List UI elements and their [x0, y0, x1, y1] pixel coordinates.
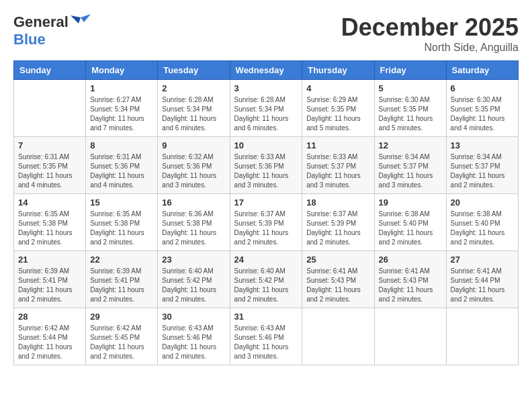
logo-bird-icon — [71, 14, 91, 31]
day-number: 9 — [162, 140, 225, 150]
day-number: 18 — [306, 197, 369, 208]
calendar-cell: 26Sunrise: 6:41 AMSunset: 5:43 PMDayligh… — [374, 251, 446, 308]
calendar-cell: 22Sunrise: 6:39 AMSunset: 5:41 PMDayligh… — [86, 251, 158, 308]
day-number: 23 — [162, 255, 225, 265]
logo-blue-text: Blue — [13, 31, 46, 48]
day-info: Sunrise: 6:38 AMSunset: 5:40 PMDaylight:… — [379, 210, 442, 247]
day-info: Sunrise: 6:30 AMSunset: 5:35 PMDaylight:… — [379, 95, 442, 133]
day-info: Sunrise: 6:38 AMSunset: 5:40 PMDaylight:… — [451, 210, 514, 247]
day-number: 11 — [306, 140, 369, 150]
day-number: 29 — [90, 312, 153, 322]
calendar-cell: 13Sunrise: 6:34 AMSunset: 5:37 PMDayligh… — [446, 137, 518, 194]
calendar-week-row: 1Sunrise: 6:27 AMSunset: 5:34 PMDaylight… — [14, 80, 519, 137]
day-info: Sunrise: 6:36 AMSunset: 5:38 PMDaylight:… — [162, 210, 225, 247]
day-number: 19 — [379, 197, 442, 208]
calendar-table: Sunday Monday Tuesday Wednesday Thursday… — [13, 60, 519, 365]
svg-marker-1 — [71, 15, 81, 24]
calendar-cell: 28Sunrise: 6:42 AMSunset: 5:44 PMDayligh… — [14, 308, 86, 365]
day-info: Sunrise: 6:40 AMSunset: 5:42 PMDaylight:… — [162, 267, 225, 304]
weekday-header-row: Sunday Monday Tuesday Wednesday Thursday… — [14, 61, 519, 80]
day-number: 28 — [18, 312, 81, 322]
calendar-cell: 24Sunrise: 6:40 AMSunset: 5:42 PMDayligh… — [230, 251, 302, 308]
header-tuesday: Tuesday — [158, 61, 230, 80]
month-title: December 2025 — [341, 13, 519, 42]
day-info: Sunrise: 6:31 AMSunset: 5:35 PMDaylight:… — [18, 152, 81, 190]
day-info: Sunrise: 6:27 AMSunset: 5:34 PMDaylight:… — [90, 95, 153, 133]
day-info: Sunrise: 6:42 AMSunset: 5:45 PMDaylight:… — [90, 324, 153, 361]
day-number: 7 — [18, 140, 81, 150]
day-number: 4 — [306, 83, 369, 93]
day-number: 24 — [234, 255, 298, 265]
day-info: Sunrise: 6:28 AMSunset: 5:34 PMDaylight:… — [234, 95, 298, 133]
header-monday: Monday — [86, 61, 158, 80]
day-number: 16 — [162, 197, 225, 208]
day-info: Sunrise: 6:29 AMSunset: 5:35 PMDaylight:… — [306, 95, 369, 133]
day-info: Sunrise: 6:30 AMSunset: 5:35 PMDaylight:… — [451, 95, 514, 133]
day-info: Sunrise: 6:40 AMSunset: 5:42 PMDaylight:… — [234, 267, 298, 304]
day-info: Sunrise: 6:35 AMSunset: 5:38 PMDaylight:… — [18, 210, 81, 247]
day-number: 17 — [234, 197, 298, 208]
day-info: Sunrise: 6:41 AMSunset: 5:44 PMDaylight:… — [451, 267, 514, 304]
calendar-cell: 17Sunrise: 6:37 AMSunset: 5:39 PMDayligh… — [230, 194, 302, 251]
calendar-cell: 14Sunrise: 6:35 AMSunset: 5:38 PMDayligh… — [14, 194, 86, 251]
day-number: 8 — [90, 140, 153, 150]
day-info: Sunrise: 6:39 AMSunset: 5:41 PMDaylight:… — [18, 267, 81, 304]
day-number: 14 — [18, 197, 81, 208]
header-friday: Friday — [374, 61, 446, 80]
calendar-cell: 23Sunrise: 6:40 AMSunset: 5:42 PMDayligh… — [158, 251, 230, 308]
day-number: 13 — [451, 140, 514, 150]
header-sunday: Sunday — [14, 61, 86, 80]
day-info: Sunrise: 6:33 AMSunset: 5:37 PMDaylight:… — [306, 152, 369, 190]
day-number: 15 — [90, 197, 153, 208]
calendar-cell: 31Sunrise: 6:43 AMSunset: 5:46 PMDayligh… — [230, 308, 302, 365]
calendar-cell: 16Sunrise: 6:36 AMSunset: 5:38 PMDayligh… — [158, 194, 230, 251]
page-header: General Blue December 2025 North Side, A… — [13, 13, 519, 54]
day-number: 21 — [18, 255, 81, 265]
day-number: 5 — [379, 83, 442, 93]
calendar-cell: 15Sunrise: 6:35 AMSunset: 5:38 PMDayligh… — [86, 194, 158, 251]
calendar-cell: 25Sunrise: 6:41 AMSunset: 5:43 PMDayligh… — [302, 251, 374, 308]
calendar-cell: 9Sunrise: 6:32 AMSunset: 5:36 PMDaylight… — [158, 137, 230, 194]
day-info: Sunrise: 6:34 AMSunset: 5:37 PMDaylight:… — [451, 152, 514, 190]
calendar-cell: 20Sunrise: 6:38 AMSunset: 5:40 PMDayligh… — [446, 194, 518, 251]
svg-marker-0 — [81, 14, 91, 22]
day-info: Sunrise: 6:35 AMSunset: 5:38 PMDaylight:… — [90, 210, 153, 247]
day-info: Sunrise: 6:37 AMSunset: 5:39 PMDaylight:… — [234, 210, 298, 247]
calendar-body: 1Sunrise: 6:27 AMSunset: 5:34 PMDaylight… — [14, 80, 519, 365]
calendar-cell: 18Sunrise: 6:37 AMSunset: 5:39 PMDayligh… — [302, 194, 374, 251]
day-info: Sunrise: 6:31 AMSunset: 5:36 PMDaylight:… — [90, 152, 153, 190]
title-block: December 2025 North Side, Anguilla — [341, 13, 519, 54]
calendar-cell — [374, 308, 446, 365]
calendar-cell: 11Sunrise: 6:33 AMSunset: 5:37 PMDayligh… — [302, 137, 374, 194]
calendar-cell — [14, 80, 86, 137]
calendar-cell: 5Sunrise: 6:30 AMSunset: 5:35 PMDaylight… — [374, 80, 446, 137]
calendar-cell: 12Sunrise: 6:34 AMSunset: 5:37 PMDayligh… — [374, 137, 446, 194]
day-info: Sunrise: 6:43 AMSunset: 5:46 PMDaylight:… — [234, 324, 298, 361]
header-wednesday: Wednesday — [230, 61, 302, 80]
day-info: Sunrise: 6:34 AMSunset: 5:37 PMDaylight:… — [379, 152, 442, 190]
calendar-cell: 21Sunrise: 6:39 AMSunset: 5:41 PMDayligh… — [14, 251, 86, 308]
calendar-cell: 3Sunrise: 6:28 AMSunset: 5:34 PMDaylight… — [230, 80, 302, 137]
calendar-cell — [446, 308, 518, 365]
header-thursday: Thursday — [302, 61, 374, 80]
calendar-week-row: 7Sunrise: 6:31 AMSunset: 5:35 PMDaylight… — [14, 137, 519, 194]
calendar-cell: 30Sunrise: 6:43 AMSunset: 5:46 PMDayligh… — [158, 308, 230, 365]
day-info: Sunrise: 6:39 AMSunset: 5:41 PMDaylight:… — [90, 267, 153, 304]
day-info: Sunrise: 6:32 AMSunset: 5:36 PMDaylight:… — [162, 152, 225, 190]
day-info: Sunrise: 6:37 AMSunset: 5:39 PMDaylight:… — [306, 210, 369, 247]
day-number: 31 — [234, 312, 298, 322]
day-number: 6 — [451, 83, 514, 93]
day-info: Sunrise: 6:28 AMSunset: 5:34 PMDaylight:… — [162, 95, 225, 133]
calendar-cell: 10Sunrise: 6:33 AMSunset: 5:36 PMDayligh… — [230, 137, 302, 194]
day-number: 12 — [379, 140, 442, 150]
calendar-cell — [302, 308, 374, 365]
day-number: 20 — [451, 197, 514, 208]
calendar-cell: 29Sunrise: 6:42 AMSunset: 5:45 PMDayligh… — [86, 308, 158, 365]
day-number: 26 — [379, 255, 442, 265]
calendar-week-row: 28Sunrise: 6:42 AMSunset: 5:44 PMDayligh… — [14, 308, 519, 365]
logo: General Blue — [13, 13, 91, 48]
calendar-week-row: 14Sunrise: 6:35 AMSunset: 5:38 PMDayligh… — [14, 194, 519, 251]
calendar-cell: 19Sunrise: 6:38 AMSunset: 5:40 PMDayligh… — [374, 194, 446, 251]
calendar-cell: 27Sunrise: 6:41 AMSunset: 5:44 PMDayligh… — [446, 251, 518, 308]
day-number: 30 — [162, 312, 225, 322]
